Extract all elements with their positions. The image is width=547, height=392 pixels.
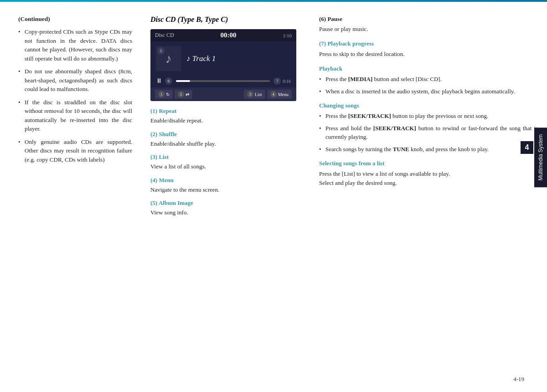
item-title-list: (3) List bbox=[150, 153, 301, 161]
cd-track-name: ♪ Track 1 bbox=[186, 54, 291, 63]
seek-track-bold-1: [SEEK/TRACK] bbox=[348, 112, 391, 119]
playback-progress-text: Press to skip to the desired location. bbox=[319, 50, 538, 59]
repeat-button[interactable]: 1 ↻ bbox=[155, 90, 173, 99]
circle-6: 6 bbox=[165, 77, 172, 85]
cd-controls: 1 ↻ 2 ⇄ 3 List 4 Menu bbox=[150, 87, 296, 101]
pause-title: (6) Pause bbox=[319, 15, 538, 23]
item-desc-shuffle: Enable/disable shuffle play. bbox=[150, 139, 301, 148]
cd-album-art: 5 ♪ bbox=[156, 46, 181, 71]
playback-bullet-list: Press the [MEDIA] button and select [Dis… bbox=[319, 75, 538, 96]
seek-track-bold-2: [SEEK/TRACK] bbox=[373, 125, 416, 132]
item-desc-list: View a list of all songs. bbox=[150, 162, 301, 171]
page-content: (Continued) Copy-protected CDs such as S… bbox=[0, 2, 547, 392]
list-item: Do not use abnormally shaped discs (8cm,… bbox=[18, 67, 132, 94]
cd-player-ui: Disc CD 00:00 1/10 5 ♪ ♪ Track 1 ⏸ 6 bbox=[150, 29, 296, 101]
progress-bar-fill bbox=[176, 80, 190, 82]
item-list: (3) List View a list of all songs. bbox=[150, 153, 301, 171]
item-shuffle: (2) Shuffle Enable/disable shuffle play. bbox=[150, 131, 301, 148]
section-title: Disc CD (Type B, Type C) bbox=[150, 15, 301, 24]
item-album-image: (5) Album Image View song info. bbox=[150, 199, 301, 217]
item-desc-album-image: View song info. bbox=[150, 208, 301, 217]
item-desc-repeat: Enable/disable repeat. bbox=[150, 116, 301, 125]
playback-section: Playback Press the [MEDIA] button and se… bbox=[319, 65, 538, 96]
changing-songs-bullet-list: Press the [SEEK/TRACK] button to play th… bbox=[319, 112, 538, 153]
menu-label: Menu bbox=[278, 92, 289, 97]
changing-songs-bullet-3: Search songs by turning the TUNE knob, a… bbox=[319, 145, 538, 154]
cd-time: 00:00 bbox=[221, 31, 237, 39]
right-column: (6) Pause Pause or play music. (7) Playb… bbox=[310, 15, 547, 392]
item-repeat: (1) Repeat Enable/disable repeat. bbox=[150, 107, 301, 125]
left-bullet-list: Copy-protected CDs such as Stype CDs may… bbox=[18, 27, 132, 164]
cd-progress-area: ⏸ 6 7 0:16 bbox=[150, 76, 296, 87]
list-item: Copy-protected CDs such as Stype CDs may… bbox=[18, 27, 132, 63]
changing-songs-bullet-1: Press the [SEEK/TRACK] button to play th… bbox=[319, 112, 538, 121]
list-item: Only genuine audio CDs are supported. Ot… bbox=[18, 137, 132, 164]
selecting-songs-text1: Press the [List] to view a list of songs… bbox=[319, 169, 538, 178]
cd-main-area: 5 ♪ ♪ Track 1 bbox=[150, 41, 296, 76]
pause-text: Pause or play music. bbox=[319, 25, 538, 34]
list-item: If the disc is straddled on the disc slo… bbox=[18, 98, 132, 133]
pause-icon: ⏸ bbox=[156, 77, 162, 85]
selecting-songs-text2: Select and play the desired song. bbox=[319, 178, 538, 188]
playback-title: Playback bbox=[319, 65, 538, 72]
circle-5: 5 bbox=[157, 47, 165, 55]
cd-header: Disc CD 00:00 1/10 bbox=[150, 29, 296, 41]
item-title-repeat: (1) Repeat bbox=[150, 107, 301, 115]
shuffle-icon: ⇄ bbox=[186, 92, 189, 97]
menu-button[interactable]: 4 Menu bbox=[267, 90, 292, 99]
cd-track-fraction: 1/10 bbox=[283, 33, 292, 38]
ctrl-num-4: 4 bbox=[270, 91, 277, 97]
list-button[interactable]: 3 List bbox=[244, 90, 265, 99]
ctrl-num-2: 2 bbox=[178, 91, 184, 97]
item-title-album-image: (5) Album Image bbox=[150, 199, 301, 207]
page-number: 4-19 bbox=[513, 376, 524, 383]
ctrl-num-3: 3 bbox=[247, 91, 253, 97]
progress-bar-container bbox=[176, 80, 270, 82]
selecting-songs-title: Selecting songs from a list bbox=[319, 160, 538, 167]
playback-progress-title: (7) Playback progress bbox=[319, 40, 538, 47]
shuffle-button[interactable]: 2 ⇄ bbox=[175, 90, 192, 99]
item-title-shuffle: (2) Shuffle bbox=[150, 131, 301, 138]
list-label: List bbox=[255, 92, 262, 97]
side-tab: Multimedia System bbox=[534, 127, 547, 187]
music-note-icon: ♪ bbox=[165, 51, 172, 66]
changing-songs-section: Changing songs Press the [SEEK/TRACK] bu… bbox=[319, 102, 538, 153]
item-menu: (4) Menu Navigate to the menu screen. bbox=[150, 177, 301, 194]
time-display: 0:16 bbox=[283, 79, 291, 84]
media-bold: [MEDIA] bbox=[348, 76, 372, 82]
playback-bullet-1: Press the [MEDIA] button and select [Dis… bbox=[319, 75, 538, 84]
selecting-songs-section: Selecting songs from a list Press the [L… bbox=[319, 160, 538, 188]
cd-label: Disc CD bbox=[155, 32, 174, 39]
ctrl-num-1: 1 bbox=[158, 91, 165, 97]
side-tab-label: Multimedia System bbox=[537, 134, 544, 180]
changing-songs-title: Changing songs bbox=[319, 102, 538, 109]
playback-progress-section: (7) Playback progress Press to skip to t… bbox=[319, 40, 538, 59]
playback-bullet-2: When a disc is inserted in the audio sys… bbox=[319, 87, 538, 96]
progress-row: ⏸ 6 7 0:16 bbox=[156, 77, 291, 85]
changing-songs-bullet-2: Press and hold the [SEEK/TRACK] button t… bbox=[319, 124, 538, 142]
item-desc-menu: Navigate to the menu screen. bbox=[150, 185, 301, 194]
circle-7: 7 bbox=[274, 77, 281, 85]
tune-bold: TUNE bbox=[393, 146, 409, 153]
continued-header: (Continued) bbox=[18, 15, 132, 23]
left-column: (Continued) Copy-protected CDs such as S… bbox=[0, 15, 141, 392]
section-number-badge: 4 bbox=[521, 141, 533, 154]
cd-track-info: ♪ Track 1 bbox=[186, 54, 291, 63]
item-title-menu: (4) Menu bbox=[150, 177, 301, 184]
repeat-icon: ↻ bbox=[166, 92, 170, 97]
middle-column: Disc CD (Type B, Type C) Disc CD 00:00 1… bbox=[141, 15, 310, 392]
pause-section: (6) Pause Pause or play music. bbox=[319, 15, 538, 34]
